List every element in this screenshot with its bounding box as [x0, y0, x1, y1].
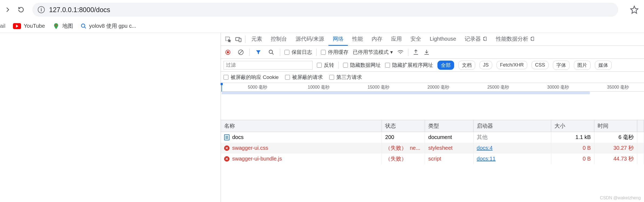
request-name: docs [232, 134, 244, 140]
tab-performance[interactable]: 性能 [348, 33, 367, 46]
forward-button[interactable] [3, 5, 12, 15]
filter-type-js[interactable]: JS [479, 61, 492, 69]
table-row[interactable]: ✕swagger-ui-bundle.js（失败）scriptdocs:110 … [221, 154, 644, 164]
filter-input[interactable] [224, 61, 313, 69]
tab-console[interactable]: 控制台 [266, 33, 291, 46]
error-icon: ✕ [224, 145, 229, 151]
blocked-cookies-checkbox[interactable]: 被屏蔽的响应 Cookie [224, 74, 279, 81]
request-waterfall [637, 132, 644, 143]
record-button[interactable] [224, 48, 232, 57]
col-name[interactable]: 名称 [221, 120, 382, 132]
timeline-cursor[interactable] [221, 83, 222, 92]
wifi-icon[interactable] [397, 49, 404, 55]
youtube-icon [13, 23, 21, 29]
col-size[interactable]: 大小 [551, 120, 594, 132]
request-initiator: docs:11 [473, 154, 551, 164]
checkbox-input[interactable] [321, 50, 326, 55]
bookmark-maps[interactable]: 地图 [53, 22, 73, 30]
request-size: 1.1 kB [551, 132, 594, 143]
filter-type-doc[interactable]: 文档 [458, 61, 475, 70]
svg-point-11 [269, 50, 273, 53]
divider [249, 49, 250, 56]
tab-elements[interactable]: 元素 [247, 33, 266, 46]
reload-button[interactable] [16, 5, 26, 15]
filter-toggle-button[interactable] [254, 48, 263, 57]
request-type: stylesheet [425, 143, 474, 154]
filter-type-fetch[interactable]: Fetch/XHR [496, 61, 527, 69]
device-toolbar-icon[interactable] [233, 33, 244, 46]
filter-type-img[interactable]: 图片 [574, 61, 591, 70]
table-row[interactable]: ✕swagger-ui.css（失败） ne...stylesheetdocs:… [221, 143, 644, 154]
bookmark-label: YouTube [24, 23, 45, 29]
initiator-link[interactable]: docs:11 [477, 156, 496, 162]
address-bar[interactable]: i 127.0.0.1:8000/docs [32, 3, 618, 17]
bookmark-youtube[interactable]: YouTube [13, 23, 45, 29]
filter-type-media[interactable]: 媒体 [595, 61, 612, 70]
filter-type-font[interactable]: 字体 [553, 61, 570, 70]
download-icon[interactable] [423, 49, 430, 55]
tab-recorder[interactable]: 记录器 [460, 33, 492, 46]
invert-checkbox[interactable]: 反转 [317, 62, 334, 69]
timeline-tick: 20000 毫秒 [427, 85, 449, 90]
hide-data-urls-checkbox[interactable]: 隐藏数据网址 [343, 62, 381, 69]
waterfall-track [222, 92, 590, 94]
request-initiator: docs:4 [473, 143, 551, 154]
bookmark-item[interactable]: ail [0, 23, 5, 29]
bookmark-star-icon[interactable] [630, 5, 639, 14]
site-info-icon[interactable]: i [38, 6, 45, 13]
document-icon [224, 134, 229, 140]
request-time: 6 毫秒 [594, 132, 637, 143]
tab-lighthouse[interactable]: Lighthouse [426, 33, 461, 46]
col-status[interactable]: 状态 [382, 120, 425, 132]
tab-perf-insights[interactable]: 性能数据分析 [492, 33, 539, 46]
devtools-tabs: 元素 控制台 源代码/来源 网络 性能 内存 应用 安全 Lighthouse … [221, 33, 644, 46]
tab-application[interactable]: 应用 [387, 33, 406, 46]
bookmark-search[interactable]: yolov8 使用 gpu c... [81, 22, 136, 30]
table-header-row: 名称 状态 类型 启动器 大小 时间 [221, 120, 644, 132]
tab-memory[interactable]: 内存 [367, 33, 387, 46]
checkbox-input[interactable] [285, 50, 289, 55]
filter-type-all[interactable]: 全部 [437, 61, 454, 70]
initiator-link[interactable]: docs:4 [477, 145, 493, 151]
clear-button[interactable] [237, 48, 245, 57]
request-initiator: 其他 [473, 132, 551, 143]
filter-type-css[interactable]: CSS [532, 61, 549, 69]
filter-row-2: 被屏蔽的响应 Cookie 被屏蔽的请求 第三方请求 [221, 72, 644, 83]
col-waterfall[interactable] [637, 120, 644, 132]
waterfall-overview[interactable] [221, 92, 644, 120]
disable-cache-checkbox[interactable]: 停用缓存 [321, 49, 348, 56]
inspect-element-icon[interactable] [223, 33, 233, 46]
request-name: swagger-ui-bundle.js [232, 156, 282, 162]
svg-point-2 [81, 24, 85, 27]
request-time: 30.27 秒 [594, 143, 637, 154]
request-waterfall [637, 143, 644, 154]
tab-network[interactable]: 网络 [328, 33, 348, 46]
col-time[interactable]: 时间 [594, 120, 637, 132]
table-row[interactable]: docs200document其他1.1 kB6 毫秒 [221, 132, 644, 143]
request-status: 200 [382, 132, 425, 143]
svg-line-10 [239, 51, 242, 54]
svg-rect-6 [239, 38, 241, 42]
request-type: script [425, 154, 474, 164]
timeline-ruler[interactable]: 5000 毫秒 10000 毫秒 15000 毫秒 20000 毫秒 25000… [221, 83, 644, 92]
timeline-tick: 5000 毫秒 [248, 85, 267, 90]
divider [316, 49, 317, 56]
blocked-requests-checkbox[interactable]: 被屏蔽的请求 [285, 74, 323, 81]
preserve-log-checkbox[interactable]: 保留日志 [285, 49, 312, 56]
hide-ext-urls-checkbox[interactable]: 隐藏扩展程序网址 [385, 62, 433, 69]
filter-row: 反转 隐藏数据网址 隐藏扩展程序网址 全部 文档 JS Fetch/XHR CS… [221, 59, 644, 72]
request-time: 44.73 秒 [594, 154, 637, 164]
tab-security[interactable]: 安全 [406, 33, 426, 46]
col-initiator[interactable]: 启动器 [473, 120, 551, 132]
error-icon: ✕ [224, 156, 229, 162]
col-type[interactable]: 类型 [425, 120, 474, 132]
chevron-down-icon: ▾ [390, 49, 393, 55]
search-button[interactable] [267, 48, 276, 57]
url-text: 127.0.0.1:8000/docs [49, 6, 110, 14]
third-party-checkbox[interactable]: 第三方请求 [329, 74, 362, 81]
divider [338, 62, 339, 69]
tab-sources[interactable]: 源代码/来源 [291, 33, 328, 46]
upload-icon[interactable] [413, 49, 419, 55]
divider [280, 49, 280, 56]
throttling-select[interactable]: 已停用节流模式 ▾ [353, 49, 393, 56]
